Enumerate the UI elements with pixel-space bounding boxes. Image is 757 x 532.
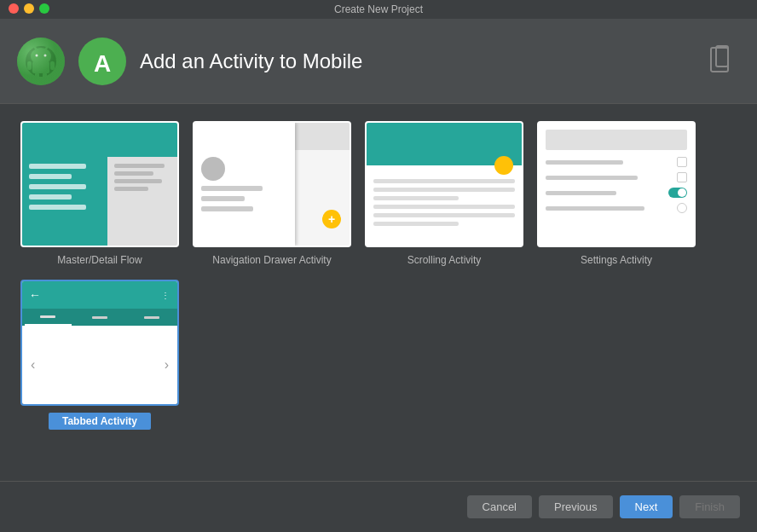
activity-label-nav-drawer: Navigation Drawer Activity: [212, 254, 331, 266]
next-button[interactable]: Next: [620, 495, 673, 518]
right-arrow-icon: ›: [165, 357, 169, 373]
cancel-button[interactable]: Cancel: [467, 495, 532, 518]
activity-thumbnail-scrolling: [365, 121, 523, 247]
activity-thumbnail-nav-drawer: +: [193, 121, 351, 247]
close-button[interactable]: [9, 3, 19, 14]
page-header: A Add an Activity to Mobile: [0, 19, 757, 104]
device-icon: [709, 44, 740, 78]
maximize-button[interactable]: [39, 3, 49, 14]
traffic-lights: [9, 3, 49, 14]
minimize-button[interactable]: [24, 3, 34, 14]
activity-label-settings: Settings Activity: [581, 254, 652, 266]
left-arrow-icon: ‹: [31, 357, 35, 373]
activity-item-tabbed[interactable]: ← ⋮ ‹: [20, 280, 179, 430]
activity-label-master-detail: Master/Detail Flow: [57, 254, 142, 266]
more-icon: ⋮: [161, 291, 170, 300]
svg-point-12: [17, 38, 65, 85]
activity-item-nav-drawer[interactable]: + Navigation Drawer Activity: [193, 121, 351, 266]
finish-button[interactable]: Finish: [679, 495, 740, 518]
activity-item-settings[interactable]: Settings Activity: [537, 121, 696, 266]
activity-item-scrolling[interactable]: Scrolling Activity: [365, 121, 523, 266]
title-bar: Create New Project: [0, 0, 757, 19]
activity-label-tabbed: Tabbed Activity: [49, 413, 151, 430]
page-title: Add an Activity to Mobile: [140, 49, 362, 73]
back-arrow-icon: ←: [29, 288, 41, 302]
svg-rect-15: [711, 48, 728, 72]
activity-item-master-detail[interactable]: Master/Detail Flow: [20, 121, 179, 266]
activity-label-scrolling: Scrolling Activity: [407, 254, 482, 266]
window-title: Create New Project: [334, 3, 423, 15]
content-area: Master/Detail Flow + Navigation Drawer A…: [0, 104, 757, 481]
svg-rect-16: [716, 46, 728, 66]
footer: Cancel Previous Next Finish: [0, 481, 757, 532]
activity-grid: Master/Detail Flow + Navigation Drawer A…: [20, 121, 737, 430]
previous-button[interactable]: Previous: [539, 495, 613, 518]
android-studio-icon: [17, 38, 65, 85]
activity-thumbnail-tabbed: ← ⋮ ‹: [20, 280, 179, 406]
svg-text:A: A: [94, 49, 111, 76]
header-logo: A: [78, 38, 126, 85]
activity-thumbnail-master-detail: [20, 121, 179, 247]
activity-thumbnail-settings: [537, 121, 696, 247]
